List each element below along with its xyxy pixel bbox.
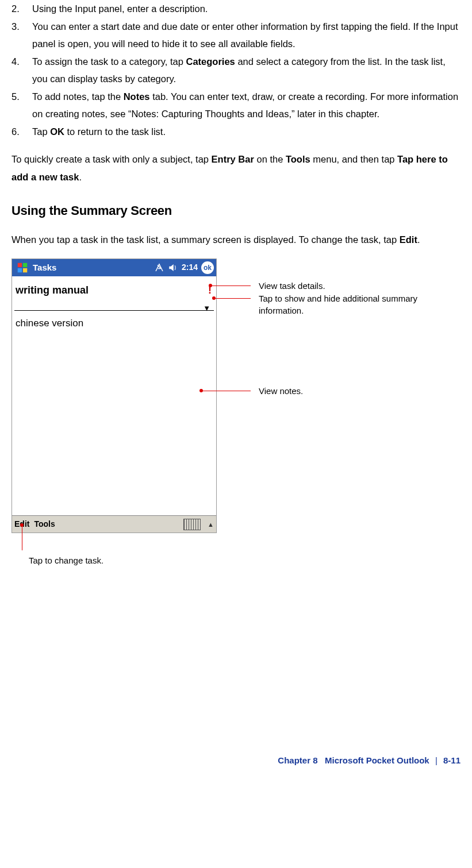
app-title: Tasks xyxy=(33,260,56,276)
sip-up-arrow-icon[interactable]: ▲ xyxy=(208,519,214,530)
section-paragraph: When you tap a task in the task list, a … xyxy=(11,231,461,249)
callout-show-hide: Tap to show and hide additional summary … xyxy=(259,293,448,317)
title-bar[interactable]: Tasks 2:14 ok xyxy=(12,259,216,276)
pocketpc-screenshot: Tasks 2:14 ok writing manual ! ▼ chinese… xyxy=(11,259,217,533)
ok-button[interactable]: ok xyxy=(201,261,214,274)
callout-view-notes: View notes. xyxy=(259,385,303,397)
step-4: 4. To assign the task to a category, tap… xyxy=(11,53,461,88)
step-6: 6. Tap OK to return to the task list. xyxy=(11,123,461,141)
callout-view-details: View task details. xyxy=(259,280,325,292)
numbered-steps: 2. Using the Input panel, enter a descri… xyxy=(11,0,461,140)
step-number: 5. xyxy=(11,88,32,123)
page-footer: Chapter 8 Microsoft Pocket Outlook | 8-1… xyxy=(11,753,461,774)
task-title-row: writing manual ! xyxy=(12,276,216,302)
svg-rect-1 xyxy=(23,263,27,267)
footer-separator: | xyxy=(435,755,438,765)
step-text: To add notes, tap the Notes tab. You can… xyxy=(32,88,461,123)
clock[interactable]: 2:14 xyxy=(182,260,198,275)
step-text: Using the Input panel, enter a descripti… xyxy=(32,0,461,18)
expand-collapse-icon[interactable]: ▼ xyxy=(203,306,210,311)
step-5: 5. To add notes, tap the Notes tab. You … xyxy=(11,88,461,123)
step-3: 3. You can enter a start date and due da… xyxy=(11,18,461,53)
callout-line xyxy=(214,298,251,299)
step-number: 4. xyxy=(11,53,32,88)
task-summary-area: writing manual ! ▼ chinese version xyxy=(12,276,216,515)
callout-line xyxy=(22,525,22,550)
step-2: 2. Using the Input panel, enter a descri… xyxy=(11,0,461,18)
notes-body[interactable]: chinese version xyxy=(12,311,216,335)
footer-chapter: Chapter 8 xyxy=(278,755,317,765)
step-text: You can enter a start date and due date … xyxy=(32,18,461,53)
footer-title: Microsoft Pocket Outlook xyxy=(325,755,429,765)
step-text: To assign the task to a category, tap Ca… xyxy=(32,53,461,88)
svg-rect-2 xyxy=(18,268,22,272)
step-number: 6. xyxy=(11,123,32,141)
menu-tools[interactable]: Tools xyxy=(34,517,55,532)
callout-line xyxy=(210,286,251,286)
step-number: 2. xyxy=(11,0,32,18)
start-flag-icon[interactable] xyxy=(14,260,30,276)
callout-line xyxy=(201,391,251,391)
task-title: writing manual xyxy=(16,281,89,300)
connectivity-icon[interactable] xyxy=(154,263,164,273)
annotated-figure: Tasks 2:14 ok writing manual ! ▼ chinese… xyxy=(11,259,460,580)
volume-icon[interactable] xyxy=(168,263,178,273)
bottom-menu-bar: Edit Tools ▲ xyxy=(12,515,216,533)
footer-page: 8-11 xyxy=(443,755,461,765)
step-text: Tap OK to return to the task list. xyxy=(32,123,461,141)
callout-change-task: Tap to change task. xyxy=(29,555,103,566)
quick-create-paragraph: To quickly create a task with only a sub… xyxy=(11,151,461,186)
sip-keyboard-icon[interactable] xyxy=(183,519,201,530)
section-heading: Using the Summary Screen xyxy=(11,199,461,223)
svg-rect-0 xyxy=(18,263,22,267)
step-number: 3. xyxy=(11,18,32,53)
svg-rect-3 xyxy=(23,268,27,272)
expand-row: ▼ xyxy=(14,303,214,311)
